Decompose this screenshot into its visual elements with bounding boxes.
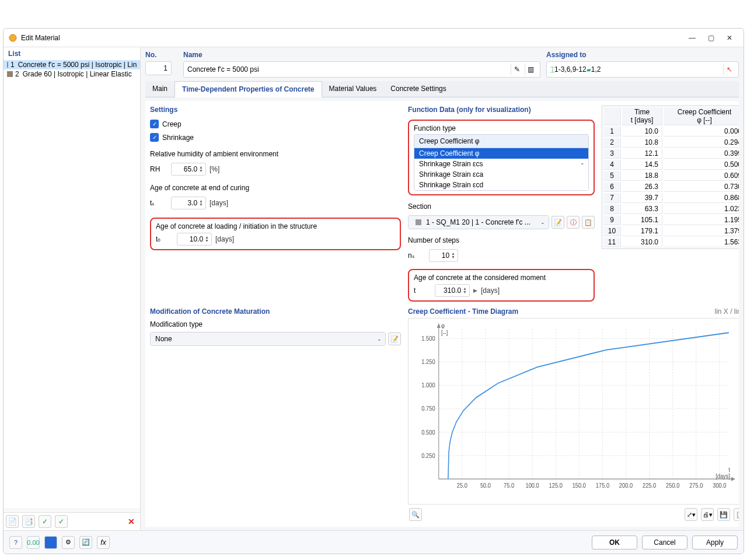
svg-text:1.250: 1.250 — [421, 358, 435, 365]
table-row[interactable]: 312.10.399 — [603, 149, 739, 159]
table-row[interactable]: 518.80.609 — [603, 171, 739, 181]
tool5-button[interactable]: 🔄 — [79, 536, 92, 549]
app-icon — [8, 33, 18, 43]
function-type-option[interactable]: Shrinkage Strain εcs — [414, 159, 588, 169]
list-toolbar: 📄 📑 ✓ ✓ ✕ — [4, 512, 140, 530]
delete-item-button[interactable]: ✕ — [125, 515, 138, 528]
new-item-button[interactable]: 📄 — [6, 515, 19, 528]
chevron-down-icon: ⌄ — [377, 336, 382, 342]
shrinkage-checkbox[interactable]: ✓Shrinkage — [150, 133, 401, 142]
tab-time-dependent-properties-of-concrete[interactable]: Time-Dependent Properties of Concrete — [174, 81, 322, 97]
close-button[interactable]: ✕ — [720, 31, 739, 45]
svg-text:300.0: 300.0 — [713, 482, 727, 489]
library-icon[interactable]: ▥ — [525, 64, 536, 75]
apply-button[interactable]: Apply — [692, 536, 738, 550]
maturation-edit-button[interactable]: 📝 — [388, 332, 401, 345]
chevron-down-icon: ⌄ — [580, 160, 585, 166]
name-input[interactable]: Concrete f'c = 5000 psi ✎ ▥ — [183, 61, 540, 78]
svg-text:25.0: 25.0 — [457, 482, 467, 489]
no-input[interactable]: 1 — [145, 61, 172, 75]
svg-text:100.0: 100.0 — [526, 482, 540, 489]
edit-name-icon[interactable]: ✎ — [511, 64, 522, 75]
svg-text:0.750: 0.750 — [421, 405, 435, 412]
cancel-button[interactable]: Cancel — [642, 536, 687, 550]
data-table-panel: Timet [days]Creep Coefficientφ [--] 110.… — [602, 106, 739, 302]
ts-unit: [days] — [210, 199, 228, 207]
minimize-button[interactable]: — — [683, 31, 701, 45]
help-button[interactable]: ? — [9, 536, 22, 549]
t0-input[interactable]: 10.0▲▼ — [177, 233, 212, 246]
ok-button[interactable]: OK — [592, 536, 637, 550]
copy-item-button[interactable]: 📑 — [22, 515, 35, 528]
tabs: MainTime-Dependent Properties of Concret… — [145, 81, 739, 97]
function-type-option[interactable]: Shrinkage Strain εcd — [414, 180, 588, 190]
chart-axes-button[interactable]: ⤢▾ — [685, 508, 697, 521]
chart-print-button[interactable]: 🖨▾ — [701, 508, 714, 521]
tab-concrete-settings[interactable]: Concrete Settings — [383, 81, 453, 97]
creep-table: Timet [days]Creep Coefficientφ [--] 110.… — [602, 106, 739, 249]
section-info-button[interactable]: ⓘ — [567, 216, 580, 229]
material-list-item[interactable]: 1Concrete f'c = 5000 psi | Isotropic | L… — [4, 60, 140, 69]
function-type-option[interactable]: Creep Coefficient φ — [414, 148, 588, 159]
age-highlight: Age of concrete at the considered moment… — [408, 269, 595, 302]
tab-material-values[interactable]: Material Values — [322, 81, 384, 97]
ts-sym: tₛ — [150, 199, 167, 207]
maturation-type-label: Modification type — [150, 320, 401, 328]
tool4-button[interactable]: ⚙ — [62, 536, 75, 549]
section-lib-button[interactable]: 📋 — [582, 216, 595, 229]
rh-input[interactable]: 65.0▲▼ — [171, 163, 206, 176]
check2-button[interactable]: ✓ — [55, 515, 68, 528]
assigned-input[interactable]: ⌶ 1-3,6,9-12 ▰ 1,2 ↖ — [546, 61, 739, 78]
list-header: List — [4, 47, 140, 60]
svg-marker-38 — [731, 477, 735, 481]
units-button[interactable]: 0.00 — [27, 536, 40, 549]
table-row[interactable]: 414.50.500 — [603, 160, 739, 170]
table-row[interactable]: 863.31.023 — [603, 204, 739, 214]
table-row[interactable]: 739.70.868 — [603, 193, 739, 203]
chart-copy-button[interactable]: 📋 — [734, 508, 739, 521]
steps-sym: nₛ — [408, 251, 425, 260]
age-input[interactable]: 310.0▲▼ — [435, 284, 470, 297]
svg-text:[--]: [--] — [441, 329, 448, 336]
section-dropdown[interactable]: 1 - SQ_M1 20 | 1 - Concrete f'c ... ⌄ — [408, 215, 549, 229]
steps-label: Number of steps — [408, 236, 595, 244]
table-row[interactable]: 11310.01.563 — [603, 237, 739, 247]
t0-label: Age of concrete at loading / initiation … — [156, 222, 395, 230]
tool6-button[interactable]: fx — [97, 536, 110, 549]
assigned-label: Assigned to — [546, 51, 739, 59]
creep-checkbox[interactable]: ✓Creep — [150, 120, 401, 128]
chart-zoom-button[interactable]: 🔍 — [409, 508, 422, 521]
edit-material-window: Edit Material — ▢ ✕ List 1Concrete f'c =… — [3, 28, 744, 554]
chart-export-button[interactable]: 💾 — [717, 508, 730, 521]
chart-title: Creep Coefficient - Time Diagram — [408, 307, 518, 316]
settings-panel: Settings ✓Creep ✓Shrinkage Relative humi… — [150, 106, 401, 302]
check-button[interactable]: ✓ — [39, 515, 51, 528]
svg-text:0.250: 0.250 — [421, 452, 435, 459]
rh-unit: [%] — [210, 165, 219, 173]
maturation-type-dropdown[interactable]: None ⌄ — [150, 332, 386, 346]
table-row[interactable]: 10179.11.379 — [603, 226, 739, 236]
table-row[interactable]: 626.30.730 — [603, 182, 739, 192]
color-button[interactable] — [44, 536, 57, 549]
steps-input[interactable]: 10▲▼ — [429, 249, 458, 262]
assign-pick-icon[interactable]: ↖ — [723, 64, 735, 75]
table-row[interactable]: 110.00.000 — [603, 127, 739, 136]
table-row[interactable]: 210.80.294 — [603, 138, 739, 148]
tab-main[interactable]: Main — [145, 81, 174, 97]
svg-text:75.0: 75.0 — [504, 482, 514, 489]
no-label: No. — [145, 51, 177, 59]
age-label: Age of concrete at the considered moment — [414, 274, 589, 282]
svg-text:0.500: 0.500 — [421, 429, 435, 436]
funcdata-title: Function Data (only for visualization) — [408, 106, 595, 114]
chart-axis-mode: lin X / lin Y — [715, 307, 739, 316]
function-type-option[interactable]: Shrinkage Strain εca — [414, 169, 588, 180]
function-type-dropdown[interactable]: Creep Coefficient φ ⌄ Creep Coefficient … — [414, 134, 589, 191]
t0-unit: [days] — [215, 235, 234, 243]
ts-input[interactable]: 3.0▲▼ — [171, 197, 206, 209]
section-edit-button[interactable]: 📝 — [551, 216, 564, 229]
svg-text:φ: φ — [441, 322, 445, 329]
table-row[interactable]: 9105.11.195 — [603, 215, 739, 225]
ftype-label: Function type — [414, 124, 589, 132]
material-list-item[interactable]: 2Grade 60 | Isotropic | Linear Elastic — [4, 69, 140, 79]
maximize-button[interactable]: ▢ — [701, 31, 720, 45]
